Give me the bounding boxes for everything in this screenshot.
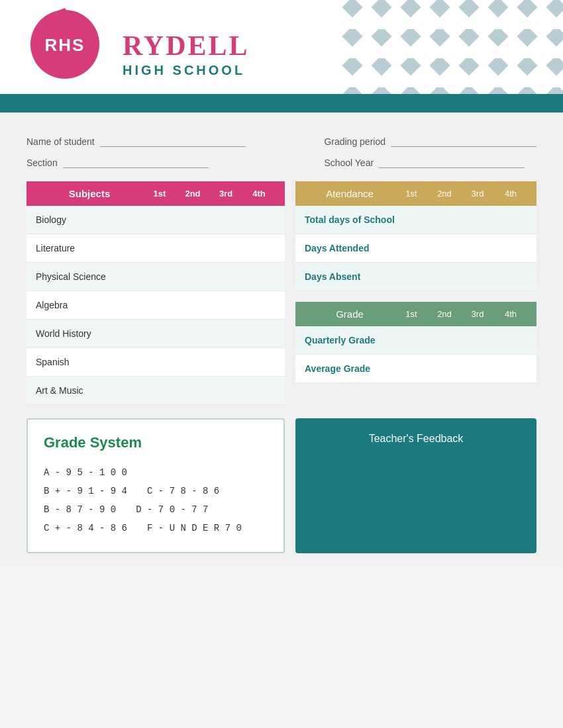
grade-col3: 3rd [461,309,494,319]
school-year-underline[interactable] [379,158,525,168]
grade-d: D - 7 0 - 7 7 [136,500,208,519]
right-section: Atendance 1st 2nd 3rd 4th Total days of … [295,181,537,405]
grading-period-field-row: Grading period [324,136,537,147]
attendance-row-total-days: Total days of School [295,206,537,234]
form-left: Name of student Section [26,136,246,168]
attendance-col4: 4th [494,189,527,199]
subjects-col3: 3rd [209,189,242,199]
subject-row-art-music: Art & Music [26,377,285,405]
subjects-col4: 4th [242,189,276,199]
subject-row-world-history: World History [26,320,285,348]
grade-b: B - 8 7 - 9 0 [44,500,116,519]
attendance-section: Atendance 1st 2nd 3rd 4th Total days of … [295,181,537,291]
teacher-feedback-box: Teacher's Feedback [295,418,537,553]
svg-text:RHS: RHS [45,35,85,55]
content-area: Name of student Section Grading period S… [0,113,563,567]
header: RHS RYDELL HIGH SCHOOL [0,0,563,113]
grade-system-title: Grade System [44,434,268,451]
grade-row-average: Average Grade [295,355,537,383]
subject-row-spanish: Spanish [26,348,285,377]
attendance-col1: 1st [395,189,428,199]
attendance-row-days-absent: Days Absent [295,263,537,291]
svg-rect-1 [338,0,563,103]
grade-system-content: A - 9 5 - 1 0 0 B + - 9 1 - 9 4 C - 7 8 … [44,463,268,537]
grade-c: C - 7 8 - 8 6 [147,482,219,500]
form-right: Grading period School Year [324,136,537,168]
name-field-row: Name of student [26,136,246,147]
name-underline[interactable] [100,136,246,147]
subject-row-algebra: Algebra [26,291,285,320]
diamond-pattern [338,0,563,103]
subjects-header: Subjects 1st 2nd 3rd 4th [26,181,285,206]
grade-row-quarterly: Quarterly Grade [295,326,537,355]
school-name-rydell: RYDELL [123,30,250,62]
grade-section: Grade 1st 2nd 3rd 4th Quarterly Grade Av… [295,302,537,383]
school-badge: RHS [19,7,111,99]
attendance-col2: 2nd [428,189,461,199]
attendance-col3: 3rd [461,189,494,199]
grade-col1: 1st [395,309,428,319]
main-grid: Subjects 1st 2nd 3rd 4th Biology Literat… [26,181,537,405]
grade-col2: 2nd [428,309,461,319]
subjects-col-label: Subjects [36,188,143,199]
grade-entry-cplus-f: C + - 8 4 - 8 6 F - U N D E R 7 0 [44,519,268,537]
subject-row-literature: Literature [26,234,285,263]
name-label: Name of student [26,136,95,147]
grade-entry-a: A - 9 5 - 1 0 0 [44,463,268,482]
subject-row-biology: Biology [26,206,285,234]
subjects-col1: 1st [143,189,176,199]
bottom-grid: Grade System A - 9 5 - 1 0 0 B + - 9 1 -… [26,418,537,553]
grading-period-label: Grading period [324,136,385,147]
subjects-section: Subjects 1st 2nd 3rd 4th Biology Literat… [26,181,285,405]
grade-system-box: Grade System A - 9 5 - 1 0 0 B + - 9 1 -… [26,418,285,553]
attendance-col-label: Atendance [305,188,395,199]
section-underline[interactable] [63,158,209,168]
section-field-row: Section [26,158,246,168]
grade-entry-b-d: B - 8 7 - 9 0 D - 7 0 - 7 7 [44,500,268,519]
school-name-block: RYDELL HIGH SCHOOL [123,30,250,78]
grade-bplus: B + - 9 1 - 9 4 [44,482,127,500]
form-fields: Name of student Section Grading period S… [26,126,537,181]
school-year-label: School Year [324,158,374,168]
grade-col-label: Grade [305,308,395,320]
grade-entry-bplus-c: B + - 9 1 - 9 4 C - 7 8 - 8 6 [44,482,268,500]
attendance-header: Atendance 1st 2nd 3rd 4th [295,181,537,206]
school-year-field-row: School Year [324,158,537,168]
subjects-col2: 2nd [176,189,209,199]
teacher-feedback-label: Teacher's Feedback [369,433,464,445]
section-label: Section [26,158,58,168]
grade-cplus: C + - 8 4 - 8 6 [44,519,127,537]
school-name-sub: HIGH SCHOOL [123,63,250,78]
grade-header: Grade 1st 2nd 3rd 4th [295,302,537,326]
grade-col4: 4th [494,309,527,319]
grading-period-underline[interactable] [391,136,537,147]
attendance-row-days-attended: Days Attended [295,234,537,263]
grade-f: F - U N D E R 7 0 [147,519,242,537]
subject-row-physical-science: Physical Science [26,263,285,291]
